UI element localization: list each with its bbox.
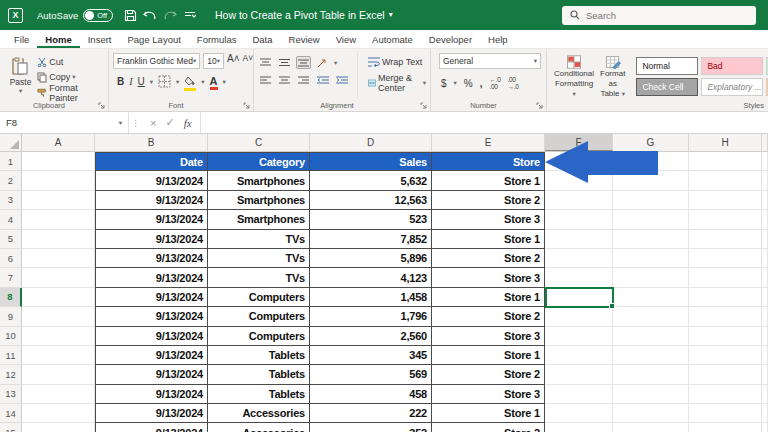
- cell-H3[interactable]: [689, 191, 762, 210]
- row-header-8[interactable]: 8: [0, 288, 22, 307]
- tab-view[interactable]: View: [328, 32, 364, 48]
- increase-font-size-button[interactable]: A˄: [227, 53, 240, 69]
- cell-A10[interactable]: [22, 327, 95, 346]
- cell-F14[interactable]: [545, 404, 613, 423]
- italic-button[interactable]: I: [129, 77, 132, 87]
- cell-G13[interactable]: [613, 385, 689, 404]
- tab-review[interactable]: Review: [281, 32, 328, 48]
- cell-D11[interactable]: 345: [310, 346, 432, 365]
- cell-B9[interactable]: 9/13/2024: [95, 307, 208, 326]
- align-right-button[interactable]: [296, 74, 311, 87]
- cell-H12[interactable]: [689, 365, 762, 384]
- cell-B7[interactable]: 9/13/2024: [95, 268, 208, 287]
- row-header-15[interactable]: 15: [0, 423, 22, 432]
- cell-E4[interactable]: Store 3: [432, 210, 545, 229]
- selected-cell-outline[interactable]: [545, 287, 614, 308]
- orientation-button[interactable]: [315, 56, 330, 69]
- tab-help[interactable]: Help: [480, 32, 516, 48]
- cell-F3[interactable]: [545, 191, 613, 210]
- cell-F5[interactable]: [545, 230, 613, 249]
- cell-C3[interactable]: Smartphones: [208, 191, 310, 210]
- cell-G3[interactable]: [613, 191, 689, 210]
- borders-icon[interactable]: [158, 75, 171, 88]
- merge-center-button[interactable]: Merge & Center ▾: [368, 73, 426, 93]
- align-bottom-button[interactable]: [296, 56, 311, 69]
- tab-formulas[interactable]: Formulas: [189, 32, 245, 48]
- name-box[interactable]: F8 ▾: [0, 112, 128, 133]
- cell-H5[interactable]: [689, 230, 762, 249]
- font-dialog-launcher-icon[interactable]: [243, 102, 250, 109]
- cell-B10[interactable]: 9/13/2024: [95, 327, 208, 346]
- excel-app-icon[interactable]: X: [8, 8, 23, 23]
- cell-H2[interactable]: [689, 171, 762, 190]
- cell-A8[interactable]: [22, 288, 95, 307]
- cell-partial4[interactable]: [762, 210, 768, 229]
- cell-G4[interactable]: [613, 210, 689, 229]
- cell-H6[interactable]: [689, 249, 762, 268]
- cell-F11[interactable]: [545, 346, 613, 365]
- cell-partial15[interactable]: [762, 423, 768, 432]
- undo-icon[interactable]: [141, 6, 159, 24]
- row-header-4[interactable]: 4: [0, 210, 22, 229]
- cell-F13[interactable]: [545, 385, 613, 404]
- cell-A13[interactable]: [22, 385, 95, 404]
- select-all-button[interactable]: [0, 134, 22, 151]
- row-header-10[interactable]: 10: [0, 327, 22, 346]
- cell-G10[interactable]: [613, 327, 689, 346]
- format-as-table-button[interactable]: Format as Table ▾: [597, 53, 628, 99]
- cell-partial10[interactable]: [762, 327, 768, 346]
- cell-H15[interactable]: [689, 423, 762, 432]
- cell-E15[interactable]: Store 2: [432, 423, 545, 432]
- cell-D8[interactable]: 1,458: [310, 288, 432, 307]
- cell-D4[interactable]: 523: [310, 210, 432, 229]
- cell-F7[interactable]: [545, 268, 613, 287]
- cell-C11[interactable]: Tablets: [208, 346, 310, 365]
- cell-E3[interactable]: Store 2: [432, 191, 545, 210]
- cell-F4[interactable]: [545, 210, 613, 229]
- cell-G8[interactable]: [613, 288, 689, 307]
- cell-partial9[interactable]: [762, 307, 768, 326]
- cell-A1[interactable]: [22, 152, 95, 171]
- row-header-11[interactable]: 11: [0, 346, 22, 365]
- percent-format-button[interactable]: %: [464, 78, 473, 89]
- cell-partial2[interactable]: [762, 171, 768, 190]
- cell-E2[interactable]: Store 1: [432, 171, 545, 190]
- row-header-1[interactable]: 1: [0, 152, 22, 171]
- wrap-text-button[interactable]: Wrap Text: [368, 57, 426, 67]
- cell-style-normal[interactable]: Normal: [636, 57, 698, 75]
- cell-C2[interactable]: Smartphones: [208, 171, 310, 190]
- row-header-12[interactable]: 12: [0, 365, 22, 384]
- cell-B8[interactable]: 9/13/2024: [95, 288, 208, 307]
- enter-icon[interactable]: ✓: [165, 116, 174, 129]
- cell-partial11[interactable]: [762, 346, 768, 365]
- cell-B15[interactable]: 9/13/2024: [95, 423, 208, 432]
- column-header-b[interactable]: B: [95, 134, 208, 151]
- number-format-select[interactable]: General ▾: [439, 53, 541, 69]
- tab-automate[interactable]: Automate: [364, 32, 421, 48]
- row-header-3[interactable]: 3: [0, 191, 22, 210]
- cell-H11[interactable]: [689, 346, 762, 365]
- cell-E13[interactable]: Store 3: [432, 385, 545, 404]
- cell-D5[interactable]: 7,852: [310, 230, 432, 249]
- search-box[interactable]: [562, 6, 756, 25]
- cell-B3[interactable]: 9/13/2024: [95, 191, 208, 210]
- row-header-13[interactable]: 13: [0, 385, 22, 404]
- cell-C14[interactable]: Accessories: [208, 404, 310, 423]
- cell-partial8[interactable]: [762, 288, 768, 307]
- cell-A12[interactable]: [22, 365, 95, 384]
- cell-partial14[interactable]: [762, 404, 768, 423]
- cell-style-explanatory[interactable]: Explanatory ...: [701, 78, 763, 96]
- cell-B2[interactable]: 9/13/2024: [95, 171, 208, 190]
- format-painter-button[interactable]: Format Painter: [37, 86, 104, 99]
- cell-partial7[interactable]: [762, 268, 768, 287]
- column-header-a[interactable]: A: [22, 134, 95, 151]
- cell-F12[interactable]: [545, 365, 613, 384]
- cell-D1[interactable]: Sales: [310, 152, 432, 171]
- cell-B13[interactable]: 9/13/2024: [95, 385, 208, 404]
- cell-G15[interactable]: [613, 423, 689, 432]
- decrease-font-size-button[interactable]: A˅: [243, 53, 254, 69]
- column-header-g[interactable]: G: [613, 134, 689, 151]
- tab-data[interactable]: Data: [244, 32, 280, 48]
- cell-E7[interactable]: Store 3: [432, 268, 545, 287]
- align-middle-button[interactable]: [277, 56, 292, 69]
